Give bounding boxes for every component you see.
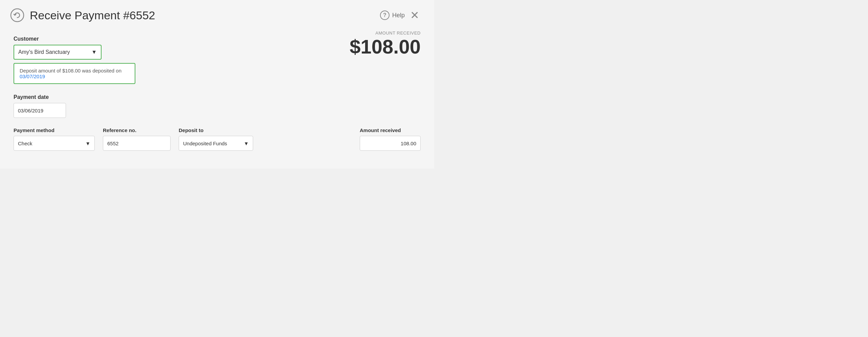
close-button[interactable]: ✕	[409, 10, 421, 21]
payment-date-value: 03/06/2019	[18, 108, 43, 113]
help-label: Help	[392, 12, 405, 19]
receive-payment-modal: Receive Payment #6552 ? Help ✕ AMOUNT RE…	[0, 0, 434, 169]
payment-method-label: Payment method	[14, 127, 95, 133]
page-title: Receive Payment #6552	[30, 9, 380, 22]
help-button[interactable]: ? Help	[380, 10, 405, 20]
amount-received-section: AMOUNT RECEIVED $108.00	[350, 30, 421, 57]
svg-point-0	[11, 9, 24, 22]
amount-received-label: AMOUNT RECEIVED	[350, 30, 421, 36]
customer-dropdown-icon: ▼	[91, 49, 97, 55]
payment-method-group: Payment method Check ▼	[14, 127, 95, 151]
payment-method-dropdown-icon: ▼	[85, 141, 90, 146]
payment-date-label: Payment date	[14, 94, 421, 100]
amount-received-input-value: 108.00	[401, 141, 416, 146]
deposit-notice-text: Deposit amount of $108.00 was deposited …	[20, 68, 121, 73]
payment-date-input[interactable]: 03/06/2019	[14, 103, 66, 118]
deposit-to-dropdown-icon: ▼	[244, 141, 249, 146]
amount-received-value: $108.00	[350, 37, 421, 57]
reference-no-value: 6552	[107, 141, 118, 146]
reference-no-label: Reference no.	[103, 127, 171, 133]
deposit-to-value: Undeposited Funds	[183, 141, 227, 146]
payment-date-section: Payment date 03/06/2019	[14, 94, 421, 118]
payment-method-value: Check	[18, 141, 32, 146]
sync-icon	[10, 8, 24, 22]
bottom-row: Payment method Check ▼ Reference no. 655…	[14, 127, 421, 151]
help-icon: ?	[380, 10, 390, 20]
payment-method-select[interactable]: Check ▼	[14, 136, 95, 151]
deposit-to-select[interactable]: Undeposited Funds ▼	[179, 136, 253, 151]
modal-header: Receive Payment #6552 ? Help ✕	[0, 0, 434, 29]
deposit-to-group: Deposit to Undeposited Funds ▼	[179, 127, 253, 151]
header-actions: ? Help ✕	[380, 10, 421, 21]
amount-received-field-label: Amount received	[360, 127, 421, 133]
deposit-to-label: Deposit to	[179, 127, 253, 133]
reference-no-input[interactable]: 6552	[103, 136, 171, 151]
customer-select[interactable]: Amy's Bird Sanctuary ▼	[14, 45, 102, 60]
reference-no-group: Reference no. 6552	[103, 127, 171, 151]
deposit-date-link[interactable]: 03/07/2019	[20, 73, 45, 79]
deposit-notice: Deposit amount of $108.00 was deposited …	[14, 63, 135, 84]
amount-received-input[interactable]: 108.00	[360, 136, 421, 151]
customer-value: Amy's Bird Sanctuary	[18, 49, 70, 55]
amount-received-field-group: Amount received 108.00	[360, 127, 421, 151]
